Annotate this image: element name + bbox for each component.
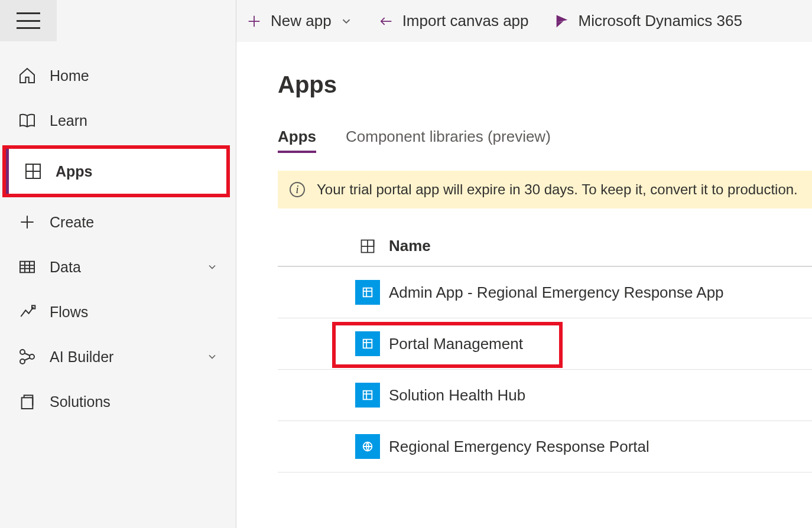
main-content: New app Import canvas app Microsoft Dyna…	[236, 0, 812, 528]
sidebar-item-solutions[interactable]: Solutions	[0, 379, 236, 424]
apps-icon	[359, 238, 376, 255]
svg-rect-8	[363, 288, 372, 297]
app-type-icon	[355, 434, 380, 459]
dynamics-icon	[554, 13, 570, 30]
app-type-icon	[355, 280, 380, 305]
svg-rect-1	[20, 262, 34, 273]
app-type-icon	[355, 383, 380, 408]
import-canvas-app-button[interactable]: Import canvas app	[374, 9, 532, 32]
apps-table: Name Admin App - Regional Emergency Resp…	[278, 226, 812, 472]
toolbar: New app Import canvas app Microsoft Dyna…	[236, 0, 812, 42]
table-row[interactable]: Portal Management	[278, 318, 812, 370]
tab-apps[interactable]: Apps	[278, 128, 316, 153]
app-name: Regional Emergency Response Portal	[389, 438, 812, 456]
nav-label: Home	[50, 67, 89, 84]
page-title: Apps	[278, 71, 812, 98]
svg-rect-6	[22, 397, 33, 409]
table-row[interactable]: Regional Emergency Response Portal	[278, 421, 812, 472]
home-icon	[18, 66, 37, 85]
flows-icon	[18, 302, 37, 321]
plus-icon	[246, 13, 262, 30]
sidebar-item-flows[interactable]: Flows	[0, 289, 236, 334]
column-name-header[interactable]: Name	[389, 237, 812, 255]
sidebar-item-data[interactable]: Data	[0, 245, 236, 289]
svg-point-3	[20, 350, 25, 354]
trial-alert: i Your trial portal app will expire in 3…	[278, 171, 812, 208]
plus-icon	[18, 213, 37, 232]
nav-label: Solutions	[50, 393, 111, 410]
app-type-icon	[355, 331, 380, 356]
import-icon	[378, 13, 394, 30]
sidebar-item-home[interactable]: Home	[0, 53, 236, 98]
nav-label: AI Builder	[50, 348, 113, 366]
toolbar-label: Microsoft Dynamics 365	[579, 12, 742, 30]
chevron-down-icon	[206, 351, 218, 363]
chevron-down-icon	[206, 261, 218, 273]
apps-icon	[24, 162, 43, 181]
book-icon	[18, 111, 37, 130]
toolbar-label: New app	[271, 12, 332, 30]
sidebar-item-apps[interactable]: Apps	[6, 149, 226, 194]
sidebar-item-ai-builder[interactable]: AI Builder	[0, 334, 236, 379]
hamburger-button[interactable]	[0, 0, 57, 41]
svg-point-5	[30, 354, 34, 359]
toolbar-label: Import canvas app	[402, 12, 529, 30]
nav-label: Flows	[50, 304, 88, 321]
nav-list: Home Learn Apps	[0, 41, 236, 424]
sidebar: Home Learn Apps	[0, 0, 236, 528]
new-app-button[interactable]: New app	[242, 9, 356, 32]
ai-icon	[18, 347, 37, 366]
table-row[interactable]: Solution Health Hub	[278, 370, 812, 421]
tab-component-libraries[interactable]: Component libraries (preview)	[346, 128, 551, 153]
hamburger-icon	[17, 12, 40, 29]
nav-label: Learn	[50, 112, 87, 129]
table-icon	[18, 258, 37, 276]
tabs: Apps Component libraries (preview)	[278, 128, 812, 153]
sidebar-item-create[interactable]: Create	[0, 200, 236, 245]
app-name: Solution Health Hub	[389, 386, 812, 405]
svg-rect-10	[363, 391, 372, 400]
table-header: Name	[278, 226, 812, 267]
svg-rect-9	[363, 340, 372, 348]
info-icon: i	[290, 182, 305, 197]
nav-label: Data	[50, 259, 81, 276]
solutions-icon	[18, 392, 37, 411]
table-row[interactable]: Admin App - Regional Emergency Response …	[278, 267, 812, 318]
chevron-down-icon	[340, 15, 353, 28]
column-icon-header[interactable]	[346, 238, 389, 255]
nav-label: Apps	[56, 163, 93, 180]
alert-text: Your trial portal app will expire in 30 …	[317, 181, 798, 198]
svg-point-4	[20, 359, 25, 364]
dynamics-365-button[interactable]: Microsoft Dynamics 365	[550, 9, 746, 32]
sidebar-item-learn[interactable]: Learn	[0, 98, 236, 143]
app-name: Admin App - Regional Emergency Response …	[389, 283, 812, 302]
nav-label: Create	[50, 214, 94, 231]
app-name: Portal Management	[389, 335, 812, 353]
